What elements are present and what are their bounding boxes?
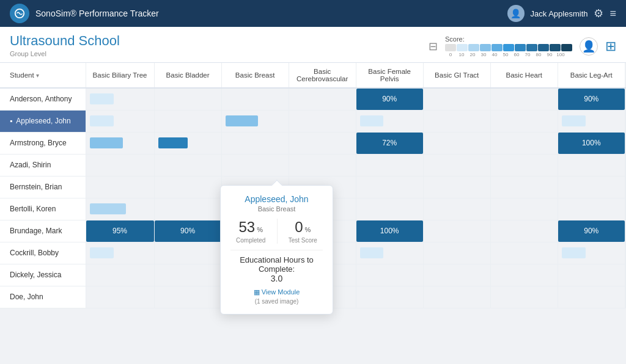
table-cell[interactable] <box>490 286 558 308</box>
th-student[interactable]: Student ▾ <box>0 63 86 88</box>
table-cell[interactable] <box>154 176 221 198</box>
table-row[interactable]: Azadi, Shirin <box>0 154 626 176</box>
student-name-cell[interactable]: Azadi, Shirin <box>0 154 86 176</box>
table-row[interactable]: Anderson, Anthony90%90% <box>0 88 626 110</box>
table-cell[interactable] <box>289 110 356 132</box>
table-cell[interactable]: 90% <box>356 88 423 110</box>
table-cell[interactable] <box>86 132 154 154</box>
grid-view-icon[interactable]: ⊞ <box>605 38 616 54</box>
student-name-cell[interactable]: Doe, John <box>0 286 86 308</box>
table-cell[interactable] <box>625 198 625 220</box>
settings-icon[interactable]: ⚙ <box>594 7 603 20</box>
table-cell[interactable] <box>289 88 356 110</box>
table-cell[interactable] <box>423 88 490 110</box>
table-cell[interactable] <box>356 198 423 220</box>
table-cell[interactable] <box>154 198 221 220</box>
table-cell[interactable] <box>154 110 221 132</box>
table-cell[interactable] <box>625 132 625 154</box>
table-cell[interactable] <box>490 110 558 132</box>
table-cell[interactable] <box>423 264 490 286</box>
table-cell[interactable] <box>86 110 154 132</box>
table-cell[interactable] <box>558 264 625 286</box>
table-cell[interactable] <box>423 286 490 308</box>
table-cell[interactable] <box>356 286 423 308</box>
table-cell[interactable] <box>625 264 625 286</box>
table-cell[interactable] <box>86 286 154 308</box>
table-cell[interactable] <box>423 110 490 132</box>
table-cell[interactable] <box>625 220 625 242</box>
table-cell[interactable] <box>490 220 558 242</box>
th-heart: Basic Heart <box>490 63 558 88</box>
student-name-cell[interactable]: Bernstein, Brian <box>0 176 86 198</box>
table-cell[interactable] <box>423 154 490 176</box>
table-cell[interactable] <box>625 154 625 176</box>
table-cell[interactable]: 100% <box>558 132 625 154</box>
table-row[interactable]: ▪Appleseed, John <box>0 110 626 132</box>
table-cell[interactable]: 90% <box>558 88 625 110</box>
table-cell[interactable] <box>558 176 625 198</box>
student-name-cell[interactable]: Anderson, Anthony <box>0 88 86 110</box>
table-cell[interactable] <box>423 198 490 220</box>
table-cell[interactable] <box>154 286 221 308</box>
table-cell[interactable] <box>86 176 154 198</box>
tooltip-view-module[interactable]: ▦ View Module (1 saved image) <box>230 287 323 305</box>
table-cell[interactable] <box>558 110 625 132</box>
student-name-cell[interactable]: Bertolli, Koren <box>0 198 86 220</box>
table-cell[interactable] <box>490 88 558 110</box>
table-cell[interactable] <box>625 110 625 132</box>
table-cell[interactable] <box>490 176 558 198</box>
table-cell[interactable] <box>558 286 625 308</box>
table-cell[interactable] <box>558 154 625 176</box>
table-cell[interactable] <box>625 176 625 198</box>
table-cell[interactable] <box>625 242 625 264</box>
table-cell[interactable] <box>221 154 289 176</box>
table-cell[interactable] <box>221 110 289 132</box>
table-cell[interactable] <box>423 242 490 264</box>
table-cell[interactable] <box>356 264 423 286</box>
filter-icon[interactable]: ⊟ <box>429 40 438 53</box>
table-cell[interactable] <box>356 154 423 176</box>
table-cell[interactable] <box>423 176 490 198</box>
student-name-cell[interactable]: Brundage, Mark <box>0 220 86 242</box>
table-cell[interactable] <box>423 132 490 154</box>
table-cell[interactable] <box>86 242 154 264</box>
table-cell[interactable] <box>289 132 356 154</box>
table-cell[interactable] <box>356 242 423 264</box>
table-cell[interactable] <box>356 110 423 132</box>
table-cell[interactable] <box>490 198 558 220</box>
table-cell[interactable] <box>490 154 558 176</box>
table-cell[interactable] <box>154 154 221 176</box>
table-wrapper[interactable]: Student ▾ Basic Biliary Tree Basic Bladd… <box>0 63 626 362</box>
table-cell[interactable] <box>356 176 423 198</box>
table-cell[interactable] <box>490 132 558 154</box>
student-name-cell[interactable]: Cockrill, Bobby <box>0 242 86 264</box>
menu-icon[interactable]: ≡ <box>609 7 616 20</box>
table-cell[interactable] <box>289 154 356 176</box>
student-name-cell[interactable]: Armstrong, Bryce <box>0 132 86 154</box>
table-cell[interactable]: 72% <box>356 132 423 154</box>
table-cell[interactable] <box>221 88 289 110</box>
student-name-cell[interactable]: ▪Appleseed, John <box>0 110 86 132</box>
table-cell[interactable] <box>86 88 154 110</box>
table-row[interactable]: Armstrong, Bryce72%100% <box>0 132 626 154</box>
table-cell[interactable] <box>625 286 625 308</box>
student-name-cell[interactable]: Dickely, Jessica <box>0 264 86 286</box>
table-cell[interactable] <box>154 88 221 110</box>
table-cell[interactable] <box>490 264 558 286</box>
table-cell[interactable]: 90% <box>154 220 221 242</box>
table-cell[interactable] <box>221 132 289 154</box>
table-cell[interactable] <box>86 154 154 176</box>
table-cell[interactable] <box>154 264 221 286</box>
table-cell[interactable] <box>625 88 625 110</box>
table-cell[interactable] <box>154 242 221 264</box>
table-cell[interactable]: 100% <box>356 220 423 242</box>
table-cell[interactable] <box>558 242 625 264</box>
table-cell[interactable] <box>558 198 625 220</box>
table-cell[interactable] <box>423 220 490 242</box>
table-cell[interactable] <box>154 132 221 154</box>
table-cell[interactable]: 95% <box>86 220 154 242</box>
table-cell[interactable]: 90% <box>558 220 625 242</box>
table-cell[interactable] <box>86 264 154 286</box>
table-cell[interactable] <box>490 242 558 264</box>
table-cell[interactable] <box>86 198 154 220</box>
